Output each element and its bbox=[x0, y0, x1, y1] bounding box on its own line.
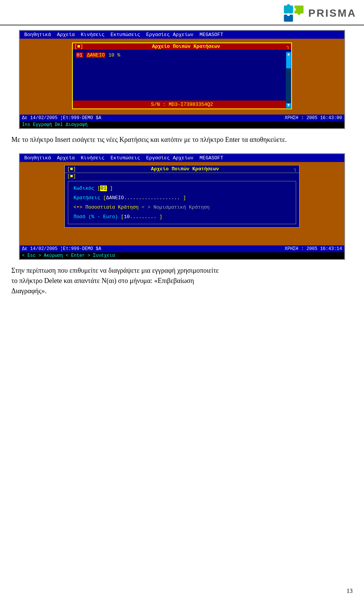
dos-statusbar-1a: Δε 14/02/2005 ¦Ετ:999-DEMO $Α ΧΡΗΣΗ : 20… bbox=[20, 115, 344, 121]
scrollbar-up[interactable]: ▲ bbox=[286, 52, 291, 57]
dialog-corner-1: ┐ bbox=[287, 44, 290, 49]
field-kratiseis-label: Κρατήσεις bbox=[74, 195, 100, 201]
row-num: 01 bbox=[76, 52, 83, 58]
menu2-item-megasoft[interactable]: MEGASOFT bbox=[196, 155, 226, 161]
status-right-1: ΧΡΗΣΗ : 2005 16:43:00 bbox=[285, 115, 342, 121]
scrollbar-track bbox=[286, 57, 291, 103]
svg-point-1 bbox=[287, 4, 290, 7]
dos-body-2: [■] Αρχείο Ποιπών Κρατήσεων ┐ [■] Κωδικό… bbox=[20, 162, 344, 245]
paragraph-2-line3: Διαγραφής». bbox=[11, 286, 353, 296]
dialog2-titlebar: [■] Αρχείο Ποιπών Κρατήσεων ┐ bbox=[65, 165, 299, 173]
dialog2-icon2: [■] bbox=[67, 173, 76, 179]
dos-dialog-1: [■] Αρχείο Ποιπών Κρατήσεων ┐ 01 ΔΑΝΕΙΟ … bbox=[72, 42, 292, 109]
dialog-icon-1: [■] bbox=[74, 44, 83, 49]
field-row-options: <•> Ποσοστιαία Κράτηση < > Νομισματική Κ… bbox=[74, 203, 290, 211]
status-keys-1: Ins Εγγραφή Del Διαγραφή bbox=[22, 122, 88, 127]
dialog2-corner: ┐ bbox=[294, 166, 297, 172]
logo-area: PRISMA bbox=[0, 0, 364, 25]
dialog2-icon1: [■] bbox=[67, 166, 76, 172]
dos-statusbar-2b: < Esc > Ακύρωση < Enter > Συνέχεια bbox=[20, 252, 344, 259]
dos-statusbar-2a: Δε 14/02/2005 ¦Ετ:999-DEMO $Α ΧΡΗΣΗ : 20… bbox=[20, 245, 344, 252]
field-kratiseis-value: ΔΑΝΕΙΟ................... bbox=[106, 195, 180, 201]
dialog2-title: Αρχείο Ποιπών Κρατήσεων bbox=[76, 166, 294, 172]
dos-dialog-2-outer: [■] Αρχείο Ποιπών Κρατήσεων ┐ [■] Κωδικό… bbox=[64, 165, 300, 228]
field-code-value: 01 bbox=[100, 185, 107, 191]
menu2-item-ergasies[interactable]: Εργασίες Αρχείων bbox=[143, 155, 196, 161]
option-posostiaio[interactable]: <•> Ποσοστιαία Κράτηση bbox=[74, 204, 139, 210]
dos-body-1: [■] Αρχείο Ποιπών Κρατήσεων ┐ 01 ΔΑΝΕΙΟ … bbox=[20, 39, 344, 115]
logo-text: PRISMA bbox=[308, 7, 356, 19]
menu2-item-boithitika[interactable]: Βοηθητικά bbox=[21, 155, 54, 161]
dos-screen-1: Βοηθητικά Αρχεία Κινήσεις Εκτυπώσεις Εργ… bbox=[19, 30, 345, 129]
field-code-label: Κωδικός bbox=[74, 185, 94, 191]
paragraph-2: Στην περίπτωση που επιθυμείτε να διαγράψ… bbox=[0, 260, 364, 300]
status-left-1: Δε 14/02/2005 ¦Ετ:999-DEMO $Α bbox=[22, 115, 101, 121]
svg-point-7 bbox=[287, 13, 290, 16]
dos-menubar-2: Βοηθητικά Αρχεία Κινήσεις Εκτυπώσεις Εργ… bbox=[20, 154, 344, 162]
field-code-bracket-close: ] bbox=[107, 185, 113, 191]
field-row-kratiseis: Κρατήσεις [ΔΑΝΕΙΟ................... ] bbox=[74, 194, 290, 202]
menu-item-megasoft[interactable]: MEGASOFT bbox=[196, 31, 226, 38]
menu2-item-ektipwseis[interactable]: Εκτυπώσεις bbox=[107, 155, 143, 161]
menu-item-ektipwseis[interactable]: Εκτυπώσεις bbox=[107, 31, 143, 38]
paragraph-1: Με το πλήκτρο Insert εισάγετε τις νέες Κ… bbox=[0, 129, 364, 149]
dos-statusbar-1b: Ins Εγγραφή Del Διαγραφή bbox=[20, 121, 344, 128]
scrollbar-1[interactable]: ▲ ▼ bbox=[286, 52, 291, 108]
status-left-2: Δε 14/02/2005 ¦Ετ:999-DEMO $Α bbox=[22, 246, 101, 251]
paragraph-2-line1: Στην περίπτωση που επιθυμείτε να διαγράψ… bbox=[11, 266, 353, 276]
option-nomismatiki[interactable]: < > Νομισματική Κράτηση bbox=[141, 204, 209, 210]
field-kratiseis-bracket-open: [ bbox=[103, 195, 106, 201]
field-poso-bracket-open: [ bbox=[121, 214, 124, 220]
dialog-title-1: Αρχείο Ποιπών Κρατήσεων bbox=[85, 44, 287, 49]
paragraph-2-line2: το πλήκτρο Delete και απαντάτε Ν(αι) στο… bbox=[11, 276, 353, 286]
menu-item-kiniseis[interactable]: Κινήσεις bbox=[78, 31, 107, 38]
status-keys-2: < Esc > Ακύρωση < Enter > Συνέχεια bbox=[22, 253, 115, 258]
field-kratiseis-bracket-close: ] bbox=[180, 195, 186, 201]
dialog-row-1: 01 ΔΑΝΕΙΟ 10 % bbox=[76, 52, 284, 58]
sn-row: S/N : MD3-I73983354Q2 bbox=[73, 101, 291, 108]
menu-item-arxeia[interactable]: Αρχεία bbox=[54, 31, 78, 38]
field-poso-bracket-close: ] bbox=[156, 214, 162, 220]
menu2-item-kiniseis[interactable]: Κινήσεις bbox=[78, 155, 107, 161]
paragraph-1-text: Με το πλήκτρο Insert εισάγετε τις νέες Κ… bbox=[11, 135, 353, 145]
row-value: ΔΑΝΕΙΟ bbox=[86, 52, 105, 58]
row-percent: 10 % bbox=[108, 52, 120, 58]
field-row-poso: Ποσό (% - Euro) [10......... ] bbox=[74, 213, 290, 221]
page-number: 13 bbox=[347, 588, 353, 594]
dialog2-inner: Κωδικός [01 ] Κρατήσεις [ΔΑΝΕΙΟ.........… bbox=[68, 181, 296, 224]
dos-screen-2: Βοηθητικά Αρχεία Κινήσεις Εκτυπώσεις Εργ… bbox=[19, 153, 345, 260]
dialog-titlebar-1: [■] Αρχείο Ποιπών Κρατήσεων ┐ bbox=[73, 43, 291, 50]
field-row-code: Κωδικός [01 ] bbox=[74, 184, 290, 192]
logo-container: PRISMA bbox=[282, 4, 356, 23]
dialog2-subtitle-row: [■] bbox=[65, 173, 299, 179]
menu2-item-arxeia[interactable]: Αρχεία bbox=[54, 155, 78, 161]
menu-item-ergasies[interactable]: Εργασίες Αρχείων bbox=[143, 31, 196, 38]
svg-point-4 bbox=[293, 8, 296, 11]
field-poso-label: Ποσό (% - Euro) bbox=[74, 214, 118, 220]
field-poso-value: 10......... bbox=[124, 214, 157, 220]
dos-menubar-1: Βοηθητικά Αρχεία Κινήσεις Εκτυπώσεις Εργ… bbox=[20, 31, 344, 39]
dialog-body-1: 01 ΔΑΝΕΙΟ 10 % ▲ ▼ bbox=[73, 50, 291, 99]
scrollbar-thumb[interactable] bbox=[286, 57, 291, 68]
scrollbar-down[interactable]: ▼ bbox=[286, 103, 291, 108]
menu-item-boithitika[interactable]: Βοηθητικά bbox=[21, 31, 54, 38]
svg-point-5 bbox=[298, 12, 301, 15]
status-right-2: ΧΡΗΣΗ : 2005 16:43:14 bbox=[285, 246, 342, 251]
prisma-logo-icon bbox=[282, 4, 305, 23]
